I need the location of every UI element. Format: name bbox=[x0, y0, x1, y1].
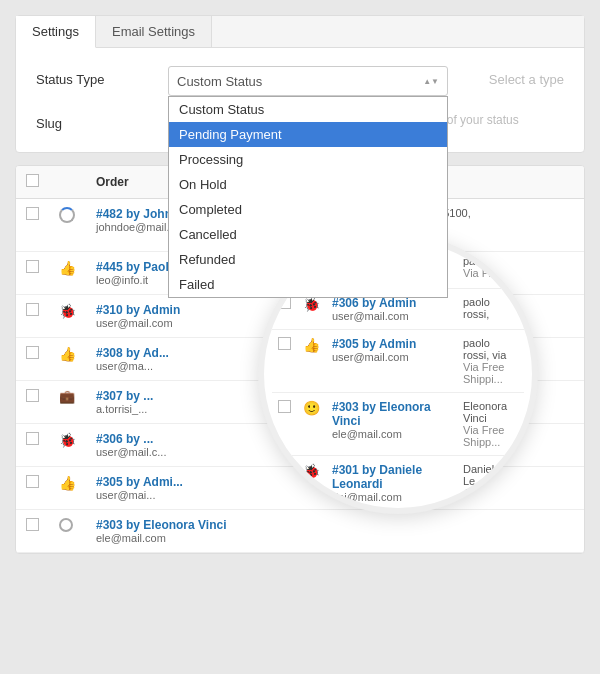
settings-panel: Settings Email Settings Status Type Cust… bbox=[15, 15, 585, 153]
order-id-link[interactable]: #306 by ... bbox=[96, 432, 290, 446]
mag-email: user@mail.com bbox=[332, 310, 451, 322]
mag-email: ele@mail.com bbox=[332, 428, 451, 440]
order-email: user@mail.com bbox=[96, 317, 290, 329]
circle-empty-icon bbox=[59, 518, 73, 532]
mag-dots-icon-2: 🐞 bbox=[303, 463, 320, 479]
mag-ship-cell: Eleonora Vinci Via Free Shipp... bbox=[457, 392, 524, 455]
mag-ship-address: paolo rossi, via bbox=[463, 337, 518, 361]
row-checkbox[interactable] bbox=[16, 252, 49, 295]
mag-ship-address: paolo rossi, bbox=[463, 296, 518, 320]
dropdown-refunded[interactable]: Refunded bbox=[169, 247, 447, 272]
dropdown-on-hold[interactable]: On Hold bbox=[169, 172, 447, 197]
row-checkbox[interactable] bbox=[16, 467, 49, 510]
order-email: ele@mail.com bbox=[96, 532, 290, 544]
mag-order-cell: #303 by Eleonora Vinci ele@mail.com bbox=[326, 392, 457, 455]
row-checkbox[interactable] bbox=[16, 510, 49, 553]
row-order: #305 by Admi... user@mai... bbox=[86, 467, 300, 510]
mag-order-link[interactable]: #301 by Daniele Leonardi bbox=[332, 463, 451, 491]
panel-body: Status Type Custom Status Custom Status … bbox=[16, 48, 584, 152]
status-type-dropdown: Custom Status Pending Payment Processing… bbox=[168, 96, 448, 298]
row-icon bbox=[49, 199, 86, 252]
row-icon: 👍 bbox=[49, 467, 86, 510]
mag-row: 🙂 #303 by Eleonora Vinci ele@mail.com El… bbox=[272, 392, 524, 455]
status-type-select[interactable]: Custom Status bbox=[168, 66, 448, 96]
dots-icon-2: 🐞 bbox=[59, 432, 76, 448]
mag-smiley-icon: 🙂 bbox=[303, 400, 320, 416]
mag-ship-cell: paolo rossi, bbox=[457, 288, 524, 329]
tab-email-settings[interactable]: Email Settings bbox=[96, 16, 212, 47]
row-icon: 🐞 bbox=[49, 424, 86, 467]
row-checkbox[interactable] bbox=[16, 199, 49, 252]
order-email: user@mail.c... bbox=[96, 446, 290, 458]
row-order: #306 by ... user@mail.c... bbox=[86, 424, 300, 467]
order-id-link[interactable]: #303 by Eleonora Vinci bbox=[96, 518, 290, 532]
row-checkbox[interactable] bbox=[16, 381, 49, 424]
dropdown-pending-payment[interactable]: Pending Payment bbox=[169, 122, 447, 147]
thumb-blue-icon-2: 👍 bbox=[59, 475, 76, 491]
row-icon: 👍 bbox=[49, 252, 86, 295]
mag-checkbox[interactable] bbox=[278, 400, 291, 413]
slug-label: Slug bbox=[36, 110, 156, 131]
mag-order-link[interactable]: #303 by Eleonora Vinci bbox=[332, 400, 451, 428]
row-icon bbox=[49, 510, 86, 553]
mag-ship-via: Via Free Shipp... bbox=[463, 424, 518, 448]
row-icon: 👍 bbox=[49, 338, 86, 381]
mag-email: user@mail.com bbox=[332, 351, 451, 363]
mag-ship-cell: paolo rossi, via Via Free Shippi... bbox=[457, 329, 524, 392]
th-icon bbox=[49, 166, 86, 199]
mag-checkbox[interactable] bbox=[278, 337, 291, 350]
row-checkbox[interactable] bbox=[16, 295, 49, 338]
order-id-link[interactable]: #310 by Admin bbox=[96, 303, 290, 317]
dropdown-custom-status[interactable]: Custom Status bbox=[169, 97, 447, 122]
mag-ship-via: Via Free Shippi... bbox=[463, 361, 518, 385]
mag-thumb-icon-2: 👍 bbox=[303, 337, 320, 353]
thumb-green-icon: 👍 bbox=[59, 346, 76, 362]
table-row: #303 by Eleonora Vinci ele@mail.com bbox=[16, 510, 584, 553]
briefcase-icon: 💼 bbox=[59, 389, 75, 404]
row-checkbox[interactable] bbox=[16, 424, 49, 467]
mag-ship-address: Eleonora Vinci bbox=[463, 400, 518, 424]
tab-bar: Settings Email Settings bbox=[16, 16, 584, 48]
dropdown-completed[interactable]: Completed bbox=[169, 197, 447, 222]
order-id-link[interactable]: #305 by Admi... bbox=[96, 475, 290, 489]
mag-order-cell: #305 by Admin user@mail.com bbox=[326, 329, 457, 392]
order-email: user@mai... bbox=[96, 489, 290, 501]
row-checkbox[interactable] bbox=[16, 338, 49, 381]
mag-email: dai@mail.com bbox=[332, 491, 451, 503]
row-order: #303 by Eleonora Vinci ele@mail.com bbox=[86, 510, 300, 553]
dots-icon: 🐞 bbox=[59, 303, 76, 319]
mag-row: 👍 #305 by Admin user@mail.com paolo ross… bbox=[272, 329, 524, 392]
status-type-control: Custom Status Custom Status Pending Paym… bbox=[168, 66, 467, 96]
th-checkbox bbox=[16, 166, 49, 199]
mag-order-link[interactable]: #305 by Admin bbox=[332, 337, 451, 351]
row-icon: 🐞 bbox=[49, 295, 86, 338]
dropdown-processing[interactable]: Processing bbox=[169, 147, 447, 172]
dropdown-cancelled[interactable]: Cancelled bbox=[169, 222, 447, 247]
status-type-label: Status Type bbox=[36, 66, 156, 87]
thumb-up-icon: 👍 bbox=[59, 260, 76, 276]
status-type-row: Status Type Custom Status Custom Status … bbox=[36, 66, 564, 96]
row-ship bbox=[300, 510, 584, 553]
tab-settings[interactable]: Settings bbox=[16, 16, 96, 48]
dropdown-failed[interactable]: Failed bbox=[169, 272, 447, 297]
spinner-icon bbox=[59, 207, 75, 223]
select-placeholder-text: Select a type bbox=[489, 66, 564, 87]
row-icon: 💼 bbox=[49, 381, 86, 424]
